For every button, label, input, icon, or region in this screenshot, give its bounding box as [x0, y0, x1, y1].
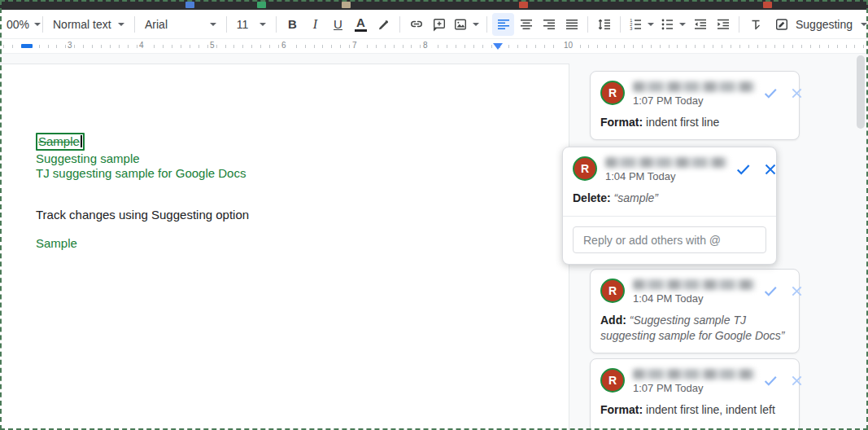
increase-indent-button[interactable] — [712, 13, 734, 36]
paragraph-suggested-add[interactable]: Suggesting sample — [36, 151, 140, 166]
suggestion-card[interactable]: R 1:04 PM Today Add: “Suggesting sample … — [590, 269, 800, 353]
added-text: TJ suggesting sample for Google Docs — [36, 166, 246, 180]
avatar: R — [600, 81, 625, 105]
paragraph-suggested-delete[interactable]: Sample — [36, 133, 85, 151]
chevron-down-icon — [648, 23, 654, 26]
suggestion-detail: “Suggesting sample TJ suggesting sample … — [600, 314, 784, 342]
decrease-indent-icon — [693, 17, 708, 32]
line-spacing-button[interactable] — [593, 13, 615, 36]
paragraph-suggested-add[interactable]: TJ suggesting sample for Google Docs — [36, 166, 246, 181]
browser-strip — [0, 0, 868, 10]
author-name-blurred — [633, 81, 755, 92]
added-text: Suggesting sample — [36, 151, 140, 165]
highlight-color-button[interactable] — [373, 13, 395, 36]
ruler-label: 10 — [562, 41, 574, 50]
align-right-button[interactable] — [538, 13, 560, 36]
reject-suggestion-button[interactable] — [790, 374, 804, 388]
ruler[interactable]: 3 4 5 6 7 8 10 — [0, 39, 868, 54]
chevron-down-icon — [679, 23, 686, 26]
reply-section — [563, 216, 776, 255]
reject-suggestion-button[interactable] — [763, 162, 778, 177]
document-page[interactable]: Sample Suggesting sample TJ suggesting s… — [0, 64, 569, 430]
suggestion-detail: “sample” — [614, 191, 658, 204]
numbered-list-icon: 1 2 3 — [628, 17, 643, 32]
editing-mode-select[interactable]: Suggesting — [768, 13, 868, 36]
divider — [399, 16, 400, 33]
accept-suggestion-button[interactable] — [763, 373, 779, 388]
paragraph-normal[interactable]: Track changes using Suggesting option — [36, 208, 249, 222]
chevron-down-icon — [473, 23, 479, 26]
zoom-select[interactable]: 00% — [2, 13, 37, 36]
link-icon — [409, 17, 424, 32]
clear-formatting-button[interactable] — [744, 13, 766, 36]
numbered-list-button[interactable]: 1 2 3 — [626, 13, 656, 36]
titlebar-artifact — [257, 2, 266, 8]
suggesting-mode-icon — [774, 17, 789, 32]
decrease-indent-button[interactable] — [689, 13, 711, 36]
normal-text: Track changes using Suggesting option — [36, 208, 249, 222]
author-name-blurred — [605, 157, 727, 168]
suggestion-timestamp: 1:07 PM Today — [633, 94, 755, 107]
suggestion-text: Add: “Suggesting sample TJ suggesting sa… — [600, 313, 789, 344]
chevron-down-icon — [260, 23, 266, 26]
align-justify-button[interactable] — [560, 13, 582, 36]
titlebar-artifact — [763, 2, 772, 8]
accept-suggestion-button[interactable] — [763, 283, 779, 299]
chevron-down-icon — [34, 23, 41, 26]
bulleted-list-button[interactable] — [657, 13, 688, 36]
reply-input[interactable] — [573, 226, 766, 253]
add-comment-button[interactable] — [428, 13, 450, 36]
ruler-label: 4 — [137, 41, 146, 50]
chevron-down-icon — [210, 23, 216, 26]
align-left-button[interactable] — [492, 13, 514, 36]
chevron-down-icon — [861, 23, 867, 26]
divider — [276, 16, 277, 33]
indent-marker[interactable] — [21, 44, 33, 48]
suggestion-timestamp: 1:07 PM Today — [633, 382, 755, 394]
insert-link-button[interactable] — [405, 13, 427, 36]
scrollbar-thumb[interactable] — [857, 55, 865, 129]
added-text: Sample — [36, 236, 77, 250]
accept-suggestion-button[interactable] — [735, 161, 752, 178]
suggestion-action-label: Add: — [600, 314, 626, 327]
suggestion-text: Format: indent first line — [600, 115, 789, 130]
font-size-select[interactable]: 11 — [232, 13, 271, 36]
toolbar: 00% Normal text Arial 11 B I U A — [0, 10, 868, 39]
paragraph-style-value: Normal text — [53, 18, 111, 31]
suggestion-card-active[interactable]: R 1:04 PM Today Delete: “sample” — [562, 147, 777, 265]
bold-button[interactable]: B — [281, 13, 303, 36]
reject-suggestion-button[interactable] — [790, 86, 804, 100]
ruler-label: 5 — [208, 41, 216, 50]
titlebar-artifact — [342, 2, 351, 8]
font-value: Arial — [145, 18, 168, 31]
align-center-icon — [519, 17, 534, 32]
suggestion-card[interactable]: R 1:07 PM Today Format: indent first lin… — [590, 71, 800, 140]
divider — [739, 16, 739, 33]
first-line-indent-marker[interactable] — [493, 43, 503, 50]
author-name-blurred — [633, 279, 755, 290]
suggestion-card[interactable]: R 1:07 PM Today Format: indent first lin… — [590, 358, 800, 430]
document-area: Sample Suggesting sample TJ suggesting s… — [0, 54, 868, 430]
accept-suggestion-button[interactable] — [763, 86, 779, 101]
paragraph-style-select[interactable]: Normal text — [48, 13, 129, 36]
ruler-label: 8 — [421, 41, 430, 50]
text-color-button[interactable]: A — [350, 13, 372, 36]
bulleted-list-icon — [660, 17, 674, 32]
font-select[interactable]: Arial — [140, 13, 221, 36]
editing-mode-value: Suggesting — [796, 18, 853, 31]
ruler-label: 7 — [351, 41, 359, 50]
reject-suggestion-button[interactable] — [790, 284, 804, 298]
ruler-label: 3 — [66, 41, 74, 50]
align-justify-icon — [565, 17, 579, 32]
suggestion-detail: indent first line, indent left — [646, 403, 775, 416]
italic-button[interactable]: I — [304, 13, 326, 36]
underline-button[interactable]: U — [327, 13, 349, 36]
insert-image-button[interactable] — [451, 13, 482, 36]
underline-icon: U — [334, 17, 342, 31]
line-spacing-icon — [597, 17, 612, 32]
svg-text:3: 3 — [630, 26, 632, 31]
align-center-button[interactable] — [515, 13, 537, 36]
divider — [226, 16, 227, 33]
avatar: R — [573, 156, 597, 181]
paragraph-suggested-add[interactable]: Sample — [36, 236, 77, 251]
